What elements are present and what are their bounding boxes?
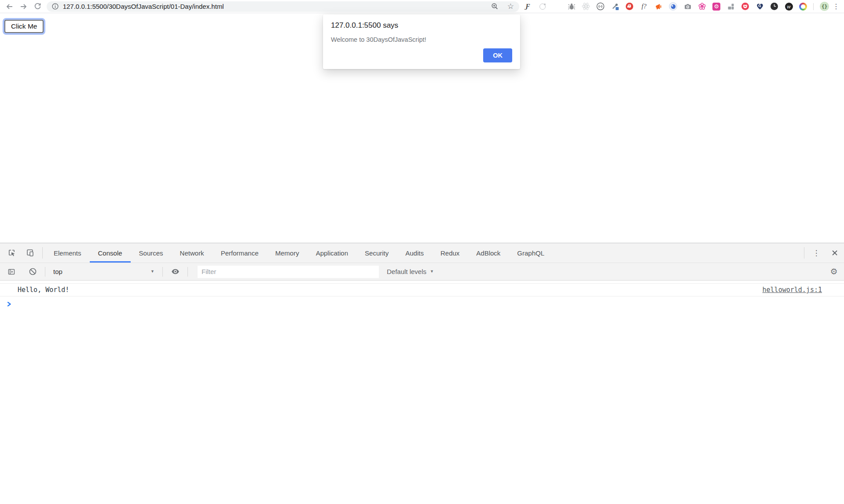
pocket-extension-icon[interactable] xyxy=(741,2,749,11)
tab-graphql[interactable]: GraphQL xyxy=(509,243,553,263)
console-sidebar-icon xyxy=(7,268,15,276)
context-selector-dropdown[interactable]: top ▼ xyxy=(49,268,159,275)
heart-search-extension-icon[interactable] xyxy=(756,2,764,11)
tab-adblock[interactable]: AdBlock xyxy=(468,243,509,263)
pink-flower-extension-icon[interactable] xyxy=(698,2,706,11)
log-levels-value: Default levels xyxy=(387,268,426,275)
w-circle-extension-icon[interactable]: w xyxy=(785,2,793,11)
tab-bar-separator xyxy=(42,247,43,259)
clear-console-button[interactable] xyxy=(24,263,41,281)
log-levels-dropdown[interactable]: Default levels ▼ xyxy=(387,268,434,275)
alert-dialog: 127.0.0.1:5500 says Welcome to 30DaysOfJ… xyxy=(323,15,520,69)
code-brackets-extension-icon[interactable] xyxy=(596,2,605,11)
inspect-element-button[interactable] xyxy=(3,243,21,263)
browser-menu-kebab-icon[interactable]: ⋮ xyxy=(832,3,840,10)
devtools-menu-button[interactable]: ⋮ xyxy=(807,243,826,263)
address-bar[interactable]: 127.0.0.1:5500/30DaysOfJavaScript/01-Day… xyxy=(47,1,519,12)
levels-dropdown-arrow-icon: ▼ xyxy=(430,270,434,274)
tab-memory[interactable]: Memory xyxy=(267,243,308,263)
alert-title: 127.0.0.1:5500 says xyxy=(331,21,512,30)
toolbar-separator-3 xyxy=(187,267,188,277)
reload-icon xyxy=(34,3,41,10)
gear-icon: ⚙ xyxy=(830,267,837,276)
tab-application[interactable]: Application xyxy=(308,243,356,263)
forward-icon xyxy=(20,3,27,10)
blue-swirl-extension-icon[interactable] xyxy=(669,2,677,11)
tab-bar-right-separator xyxy=(804,247,804,259)
url-text: 127.0.0.1:5500/30DaysOfJavaScript/01-Day… xyxy=(63,3,224,10)
forward-button[interactable] xyxy=(17,0,31,13)
console-log-text: Hello, World! xyxy=(18,286,69,294)
tab-audits[interactable]: Audits xyxy=(397,243,432,263)
tab-performance[interactable]: Performance xyxy=(213,243,267,263)
fonts-ninja-extension-icon[interactable]: Ƒ xyxy=(524,2,532,11)
reload-button[interactable] xyxy=(31,0,45,13)
react-devtools-extension-icon[interactable] xyxy=(582,2,590,11)
tab-network[interactable]: Network xyxy=(172,243,213,263)
console-sidebar-toggle-button[interactable] xyxy=(3,263,20,281)
close-icon xyxy=(831,249,838,256)
console-prompt[interactable] xyxy=(0,296,844,311)
rainbow-ring-extension-icon[interactable] xyxy=(799,3,807,11)
alert-message: Welcome to 30DaysOfJavaScript! xyxy=(331,36,512,43)
bookmark-star-icon[interactable]: ☆ xyxy=(507,3,514,10)
adblock-stop-hand-extension-icon[interactable] xyxy=(625,2,634,11)
extensions-divider xyxy=(813,3,814,10)
browser-toolbar: 127.0.0.1:5500/30DaysOfJavaScript/01-Day… xyxy=(0,0,844,13)
devtools-panel: Elements Console Sources Network Perform… xyxy=(0,243,844,311)
dropdown-arrow-icon: ▼ xyxy=(150,270,154,274)
tab-sources[interactable]: Sources xyxy=(131,243,172,263)
click-me-button[interactable]: Click Me xyxy=(4,20,44,33)
inspect-cursor-icon xyxy=(7,248,16,257)
console-prompt-chevron-icon xyxy=(7,301,12,307)
console-output: Hello, World! helloworld.js:1 xyxy=(0,281,844,311)
zoom-icon[interactable] xyxy=(491,3,499,10)
tab-elements[interactable]: Elements xyxy=(45,243,90,263)
back-button[interactable] xyxy=(3,0,17,13)
info-icon[interactable] xyxy=(52,3,59,10)
page-viewport: Click Me 127.0.0.1:5500 says Welcome to … xyxy=(0,13,844,243)
toolbar-separator-2 xyxy=(162,267,163,277)
clear-console-icon xyxy=(29,267,37,276)
gray-blocks-extension-icon[interactable] xyxy=(727,2,735,11)
back-icon xyxy=(6,3,13,10)
bug-extension-icon[interactable] xyxy=(567,2,576,11)
toolbar-separator xyxy=(45,267,45,277)
console-source-link[interactable]: helloworld.js:1 xyxy=(763,286,822,294)
device-toolbar-button[interactable] xyxy=(21,243,40,263)
whatfont-extension-icon[interactable]: f? xyxy=(640,2,648,11)
devtools-kebab-icon: ⋮ xyxy=(813,248,820,258)
dark-clock-extension-icon[interactable] xyxy=(770,2,778,11)
devtools-close-button[interactable] xyxy=(826,243,844,263)
device-toolbar-icon xyxy=(26,248,35,257)
camera-extension-icon[interactable] xyxy=(683,2,692,11)
orbit-extension-icon[interactable] xyxy=(538,2,547,11)
pink-gear-extension-icon[interactable]: ⚙ xyxy=(712,3,720,11)
console-filter-input[interactable] xyxy=(198,266,379,278)
tab-redux[interactable]: Redux xyxy=(432,243,468,263)
extensions-row: Ƒ f? ⚙ xyxy=(524,2,829,11)
live-expression-button[interactable] xyxy=(166,263,184,281)
console-log-row: Hello, World! helloworld.js:1 xyxy=(0,283,844,296)
alert-ok-button[interactable]: OK xyxy=(483,48,512,62)
megaphone-extension-icon[interactable] xyxy=(654,2,663,11)
eye-icon xyxy=(171,267,180,276)
color-picker-extension-icon[interactable] xyxy=(611,2,619,11)
tab-security[interactable]: Security xyxy=(356,243,397,263)
devtools-tab-bar: Elements Console Sources Network Perform… xyxy=(0,243,844,263)
tab-console[interactable]: Console xyxy=(90,243,131,263)
side-panels-extension-icon[interactable] xyxy=(553,4,561,9)
context-selector-value: top xyxy=(53,268,62,275)
console-settings-button[interactable]: ⚙ xyxy=(824,267,844,276)
json-formatter-extension-icon[interactable]: {} xyxy=(820,2,829,11)
console-toolbar: top ▼ Default levels ▼ ⚙ xyxy=(0,263,844,281)
